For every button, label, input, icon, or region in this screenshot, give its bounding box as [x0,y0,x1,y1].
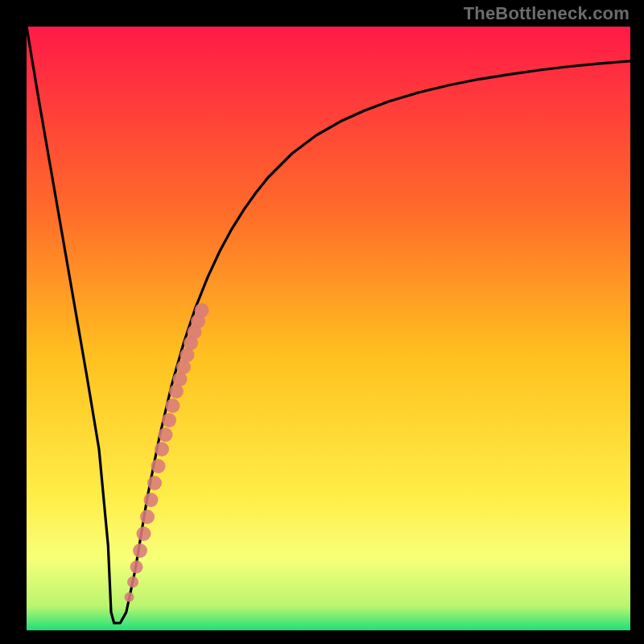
data-dot [125,592,134,602]
data-dot [162,413,176,427]
gradient-background [27,27,630,630]
data-dot [130,560,143,573]
data-dot [133,543,147,558]
chart-frame: TheBottleneck.com [0,0,644,644]
data-dot [147,476,162,490]
chart-svg [27,27,630,630]
data-dot [140,510,155,524]
data-dot [155,442,169,456]
data-dot [159,427,173,442]
data-dot [151,459,166,473]
yellow-band [27,547,630,559]
data-dot [166,398,180,413]
plot-area [27,27,630,630]
data-dot [144,493,159,507]
data-dot [127,576,138,588]
watermark-text: TheBottleneck.com [464,3,630,24]
data-dot [137,526,151,541]
data-dot [195,303,209,318]
